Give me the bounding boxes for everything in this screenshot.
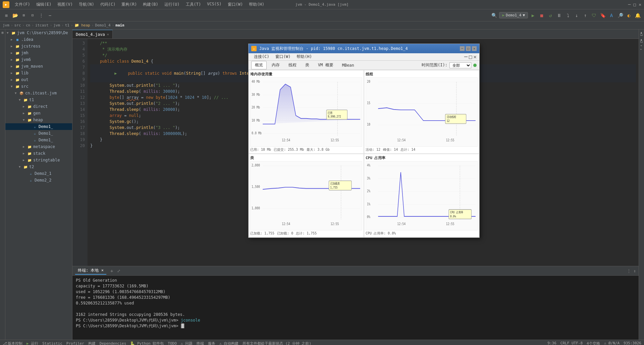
jmx-tab-overview[interactable]: 概览 [251,61,267,69]
problems-btn[interactable]: ⚠ 问题 [181,341,193,345]
tab-close-icon[interactable]: ✕ [107,32,109,36]
menu-code[interactable]: 代码(C) [98,1,118,8]
run-config-selector[interactable]: ▶ Demo1_4 ▼ [499,12,528,18]
notifications-btn[interactable]: 🔔 [634,12,641,19]
terminal-btn[interactable]: 终端 [197,341,204,345]
jmx-restore2-icon[interactable]: □ [469,54,472,60]
search-btn[interactable]: 🔎 [616,12,624,19]
menu-help[interactable]: 帮助(H) [246,1,267,8]
breadcrumb-jvm[interactable]: jvm [3,23,9,27]
tree-node-jvm6[interactable]: ▶ 📁 jvm6 [5,56,72,63]
tree-node-idea[interactable]: ▶ ■ .idea [5,36,72,43]
breadcrumb-itcast[interactable]: itcast [35,23,49,27]
tree-node-jmh[interactable]: ▶ 📁 jmh [5,50,72,56]
jmx-restore-btn[interactable]: □ [466,46,471,51]
tree-node-demo21[interactable]: ☕ Demo2_1 [5,170,72,177]
menu-file[interactable]: 文件(F) [12,1,33,8]
jmx-tab-mbean[interactable]: MBean [338,62,358,69]
jmx-close2-icon[interactable]: ✕ [473,54,477,60]
breadcrumb-demo[interactable]: Demo1_4 [95,23,110,27]
jmx-close-btn[interactable]: ✕ [472,46,477,51]
step-out-btn[interactable]: ↑ [582,12,589,19]
jmx-menu-help[interactable]: 帮助(H) [294,54,315,60]
run-btn[interactable]: ▶ [529,12,537,19]
jmx-tab-threads[interactable]: 线程 [285,61,300,69]
todo-btn[interactable]: TODO [168,341,177,345]
jmx-tab-classes[interactable]: 类 [302,61,313,69]
maximize-icon[interactable]: □ [633,2,636,7]
tree-node-lib[interactable]: ▶ 📁 lib [5,70,72,76]
menu-edit[interactable]: 编辑(E) [34,1,54,8]
breadcrumb-cn[interactable]: cn [26,23,30,27]
tree-node-t2[interactable]: ▼ 📁 t2 [5,163,72,170]
tab-demo14[interactable]: Demo1_4.java ✕ [72,30,113,39]
tree-node-demo14c[interactable]: ☕ Demo1_ [5,137,72,143]
git-icon-group[interactable]: ⎇ 版本控制 [3,341,22,345]
step-over-btn[interactable]: ⤵ [564,12,572,19]
terminal-content[interactable]: PS Old Generation capacity = 177733632 (… [72,276,639,340]
bookmark-btn[interactable]: 🔖 [599,12,606,19]
tree-node-jcstress[interactable]: ▶ 📁 jcstress [5,43,72,50]
project-btn[interactable]: ≡ [3,12,10,19]
python-btn[interactable]: 🐍 Python 软件包 [130,341,164,345]
tree-node-out[interactable]: ▶ 📁 out [5,76,72,83]
tree-node-direct[interactable]: ▶ 📁 direct [5,103,72,110]
breadcrumb-t1[interactable]: t1 [65,23,69,27]
stop-btn[interactable]: ■ [538,12,545,19]
tree-node-src[interactable]: ▼ 📁 src [5,83,72,90]
pause-btn[interactable]: ⏸ [555,12,563,19]
services-btn[interactable]: 服务 [208,341,215,345]
run-status[interactable]: ▶ 运行 [26,341,38,345]
coverage-btn[interactable]: 🛡 [590,12,598,19]
minimize-icon[interactable]: ─ [628,2,631,7]
jmx-tab-memory[interactable]: 内存 [268,61,283,69]
menu-refactor[interactable]: 重构(R) [119,1,140,8]
collapse-btn[interactable]: ⊟ [29,12,36,19]
status-spaces[interactable]: 4个空格 [587,341,600,345]
step-into-btn[interactable]: ↓ [573,12,580,19]
terminal-settings-icon[interactable]: ⋮ [627,269,631,273]
menu-tools[interactable]: 工具(T) [183,1,204,8]
open-file-btn[interactable]: 📂 [11,12,19,19]
jmx-menu-window[interactable]: 窗口(W) [273,54,293,60]
resume-btn[interactable]: ↺ [547,12,554,19]
breadcrumb-jvm2[interactable]: jvm [53,23,60,27]
auto-build-btn[interactable]: ⚠ 自动构建 [219,341,238,345]
menu-run[interactable]: 运行(U) [162,1,182,8]
hide-btn[interactable]: − [46,12,54,19]
terminal-tab-local[interactable]: 终端: 本地 × [75,267,106,275]
tree-node-demo22[interactable]: ☕ Demo2_2 [5,177,72,184]
expand-terminal-btn[interactable]: ⤢ [117,269,120,273]
menu-view[interactable]: 视图(V) [55,1,75,8]
jmx-menu-connection[interactable]: 连接(C) [251,54,272,60]
expand-btn[interactable]: ⊞ [20,12,28,19]
build-btn[interactable]: 构建 [88,341,96,345]
menu-nav[interactable]: 导航(N) [76,1,97,8]
menu-vcs[interactable]: VCS(S) [204,1,224,8]
search-everywhere-btn[interactable]: 🔍 [490,12,498,19]
tree-node-demo14[interactable]: ☕ Demo1_ [5,123,72,130]
statistic-btn[interactable]: Statistic [42,341,62,345]
tree-node-cnitcast[interactable]: ▼ 📦 cn.itcast.jvm [5,90,72,96]
settings-btn[interactable]: ⋮ [38,12,45,19]
close-icon[interactable]: ✕ [639,2,641,7]
tree-node-heap[interactable]: ▼ 📁 heap [5,117,72,123]
menu-window[interactable]: 窗口(W) [225,1,246,8]
tree-node-jvm[interactable]: ▼ 📁 jvm C:\Users\28599\De [5,29,72,36]
status-encoding[interactable]: CRLF UTF-8 [560,341,583,345]
tree-node-jvmmaven[interactable]: ▶ 📁 jvm_maven [5,63,72,70]
breadcrumb-main[interactable]: main [115,23,124,27]
menu-build[interactable]: 构建(B) [140,1,161,8]
tree-node-metaspace[interactable]: ▶ 📁 metaspace [5,143,72,150]
translate-btn[interactable]: A [608,12,615,19]
jmx-minimize-icon[interactable]: ─ [464,54,468,60]
terminal-expand-icon[interactable]: ↕ [634,269,636,273]
profile-btn[interactable]: ◐ [625,12,633,19]
tree-node-t1[interactable]: ▼ 📁 t1 [5,96,72,103]
dependencies-btn[interactable]: Dependencies [100,341,126,345]
time-range-select[interactable]: 全部 1分钟 5分钟 10分钟 [449,62,471,68]
jmx-minimize-btn[interactable]: ─ [460,46,465,51]
breadcrumb-src[interactable]: src [14,23,21,27]
tree-node-gen[interactable]: ▶ 📁 gen [5,110,72,117]
tree-node-demo14b[interactable]: ☕ Demo1_ [5,130,72,137]
